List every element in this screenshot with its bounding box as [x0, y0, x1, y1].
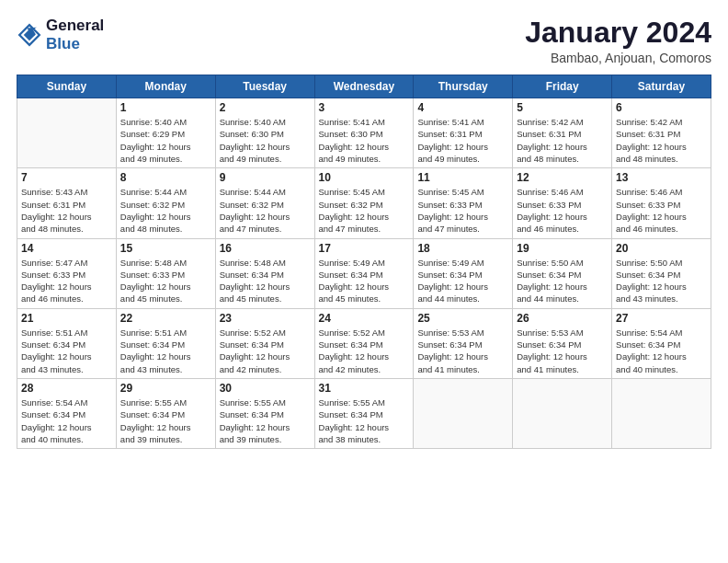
title-block: January 2024 Bambao, Anjouan, Comoros [525, 17, 711, 65]
day-number: 26 [517, 312, 608, 325]
day-number: 10 [319, 171, 410, 184]
day-info: Sunrise: 5:53 AM Sunset: 6:34 PM Dayligh… [517, 327, 608, 375]
day-info: Sunrise: 5:42 AM Sunset: 6:31 PM Dayligh… [517, 116, 608, 165]
day-number: 24 [319, 312, 410, 325]
day-number: 19 [517, 242, 608, 255]
day-header-monday: Monday [116, 75, 215, 98]
day-info: Sunrise: 5:51 AM Sunset: 6:34 PM Dayligh… [21, 327, 112, 375]
day-info: Sunrise: 5:40 AM Sunset: 6:29 PM Dayligh… [120, 116, 211, 165]
calendar-cell: 21Sunrise: 5:51 AM Sunset: 6:34 PM Dayli… [17, 308, 117, 378]
calendar-header-row: SundayMondayTuesdayWednesdayThursdayFrid… [17, 75, 711, 98]
day-number: 21 [21, 312, 112, 325]
day-info: Sunrise: 5:45 AM Sunset: 6:33 PM Dayligh… [417, 186, 508, 235]
day-info: Sunrise: 5:41 AM Sunset: 6:31 PM Dayligh… [417, 116, 508, 165]
calendar-cell: 19Sunrise: 5:50 AM Sunset: 6:34 PM Dayli… [513, 238, 612, 308]
calendar-cell: 18Sunrise: 5:49 AM Sunset: 6:34 PM Dayli… [414, 238, 513, 308]
day-number: 16 [220, 242, 311, 255]
day-info: Sunrise: 5:40 AM Sunset: 6:30 PM Dayligh… [220, 116, 311, 165]
day-number: 27 [616, 312, 707, 325]
day-info: Sunrise: 5:54 AM Sunset: 6:34 PM Dayligh… [21, 396, 112, 445]
day-info: Sunrise: 5:53 AM Sunset: 6:34 PM Dayligh… [417, 327, 508, 375]
day-number: 29 [120, 382, 211, 395]
day-info: Sunrise: 5:45 AM Sunset: 6:32 PM Dayligh… [319, 186, 410, 235]
day-number: 12 [517, 171, 608, 184]
day-header-wednesday: Wednesday [314, 75, 414, 98]
calendar-week-row: 1Sunrise: 5:40 AM Sunset: 6:29 PM Daylig… [17, 98, 711, 168]
calendar-cell: 4Sunrise: 5:41 AM Sunset: 6:31 PM Daylig… [414, 98, 513, 168]
day-info: Sunrise: 5:48 AM Sunset: 6:34 PM Dayligh… [220, 257, 311, 305]
calendar-cell: 2Sunrise: 5:40 AM Sunset: 6:30 PM Daylig… [215, 98, 314, 168]
calendar-week-row: 28Sunrise: 5:54 AM Sunset: 6:34 PM Dayli… [17, 378, 711, 448]
calendar-cell: 29Sunrise: 5:55 AM Sunset: 6:34 PM Dayli… [116, 378, 215, 448]
day-info: Sunrise: 5:50 AM Sunset: 6:34 PM Dayligh… [616, 257, 707, 305]
day-number: 7 [21, 171, 112, 184]
day-number: 13 [616, 171, 707, 184]
calendar-cell: 15Sunrise: 5:48 AM Sunset: 6:33 PM Dayli… [116, 238, 215, 308]
calendar-cell: 31Sunrise: 5:55 AM Sunset: 6:34 PM Dayli… [314, 378, 414, 448]
day-number: 25 [417, 312, 508, 325]
day-info: Sunrise: 5:52 AM Sunset: 6:34 PM Dayligh… [319, 327, 410, 375]
logo-line1: General [46, 17, 104, 35]
day-number: 22 [120, 312, 211, 325]
calendar-table: SundayMondayTuesdayWednesdayThursdayFrid… [17, 75, 711, 449]
calendar-cell: 6Sunrise: 5:42 AM Sunset: 6:31 PM Daylig… [612, 98, 711, 168]
day-number: 31 [319, 382, 410, 395]
calendar-cell: 7Sunrise: 5:43 AM Sunset: 6:31 PM Daylig… [17, 168, 117, 238]
calendar-cell: 25Sunrise: 5:53 AM Sunset: 6:34 PM Dayli… [414, 308, 513, 378]
calendar-cell: 1Sunrise: 5:40 AM Sunset: 6:29 PM Daylig… [116, 98, 215, 168]
day-info: Sunrise: 5:55 AM Sunset: 6:34 PM Dayligh… [220, 396, 311, 445]
logo: General Blue [17, 17, 104, 52]
day-number: 5 [517, 101, 608, 114]
logo-line2: Blue [46, 35, 104, 53]
calendar-cell: 26Sunrise: 5:53 AM Sunset: 6:34 PM Dayli… [513, 308, 612, 378]
calendar-week-row: 7Sunrise: 5:43 AM Sunset: 6:31 PM Daylig… [17, 168, 711, 238]
calendar-cell: 30Sunrise: 5:55 AM Sunset: 6:34 PM Dayli… [215, 378, 314, 448]
day-info: Sunrise: 5:43 AM Sunset: 6:31 PM Dayligh… [21, 186, 112, 235]
day-number: 3 [319, 101, 410, 114]
calendar-body: 1Sunrise: 5:40 AM Sunset: 6:29 PM Daylig… [17, 98, 711, 449]
day-info: Sunrise: 5:42 AM Sunset: 6:31 PM Dayligh… [616, 116, 707, 165]
day-number: 18 [417, 242, 508, 255]
calendar-cell [513, 378, 612, 448]
day-info: Sunrise: 5:51 AM Sunset: 6:34 PM Dayligh… [120, 327, 211, 375]
calendar-cell: 22Sunrise: 5:51 AM Sunset: 6:34 PM Dayli… [116, 308, 215, 378]
day-info: Sunrise: 5:52 AM Sunset: 6:34 PM Dayligh… [220, 327, 311, 375]
calendar-cell: 23Sunrise: 5:52 AM Sunset: 6:34 PM Dayli… [215, 308, 314, 378]
day-info: Sunrise: 5:55 AM Sunset: 6:34 PM Dayligh… [319, 396, 410, 445]
day-header-thursday: Thursday [414, 75, 513, 98]
day-info: Sunrise: 5:44 AM Sunset: 6:32 PM Dayligh… [220, 186, 311, 235]
calendar-cell [414, 378, 513, 448]
logo-icon [17, 22, 42, 48]
day-number: 2 [220, 101, 311, 114]
day-info: Sunrise: 5:41 AM Sunset: 6:30 PM Dayligh… [319, 116, 410, 165]
calendar-cell: 9Sunrise: 5:44 AM Sunset: 6:32 PM Daylig… [215, 168, 314, 238]
calendar-cell: 14Sunrise: 5:47 AM Sunset: 6:33 PM Dayli… [17, 238, 117, 308]
page: General Blue January 2024 Bambao, Anjoua… [0, 0, 728, 563]
calendar-week-row: 21Sunrise: 5:51 AM Sunset: 6:34 PM Dayli… [17, 308, 711, 378]
day-number: 11 [417, 171, 508, 184]
calendar-cell: 13Sunrise: 5:46 AM Sunset: 6:33 PM Dayli… [612, 168, 711, 238]
day-header-saturday: Saturday [612, 75, 711, 98]
calendar-cell [612, 378, 711, 448]
day-number: 28 [21, 382, 112, 395]
day-header-tuesday: Tuesday [215, 75, 314, 98]
day-number: 8 [120, 171, 211, 184]
day-number: 9 [220, 171, 311, 184]
calendar-week-row: 14Sunrise: 5:47 AM Sunset: 6:33 PM Dayli… [17, 238, 711, 308]
day-info: Sunrise: 5:46 AM Sunset: 6:33 PM Dayligh… [616, 186, 707, 235]
day-info: Sunrise: 5:44 AM Sunset: 6:32 PM Dayligh… [120, 186, 211, 235]
calendar-cell: 8Sunrise: 5:44 AM Sunset: 6:32 PM Daylig… [116, 168, 215, 238]
day-info: Sunrise: 5:47 AM Sunset: 6:33 PM Dayligh… [21, 257, 112, 305]
day-number: 17 [319, 242, 410, 255]
subtitle: Bambao, Anjouan, Comoros [525, 51, 711, 65]
day-number: 1 [120, 101, 211, 114]
main-title: January 2024 [525, 17, 711, 49]
day-info: Sunrise: 5:49 AM Sunset: 6:34 PM Dayligh… [319, 257, 410, 305]
calendar-cell: 27Sunrise: 5:54 AM Sunset: 6:34 PM Dayli… [612, 308, 711, 378]
calendar-cell: 11Sunrise: 5:45 AM Sunset: 6:33 PM Dayli… [414, 168, 513, 238]
calendar-cell: 17Sunrise: 5:49 AM Sunset: 6:34 PM Dayli… [314, 238, 414, 308]
day-info: Sunrise: 5:49 AM Sunset: 6:34 PM Dayligh… [417, 257, 508, 305]
calendar-cell: 5Sunrise: 5:42 AM Sunset: 6:31 PM Daylig… [513, 98, 612, 168]
day-number: 15 [120, 242, 211, 255]
calendar-cell: 12Sunrise: 5:46 AM Sunset: 6:33 PM Dayli… [513, 168, 612, 238]
